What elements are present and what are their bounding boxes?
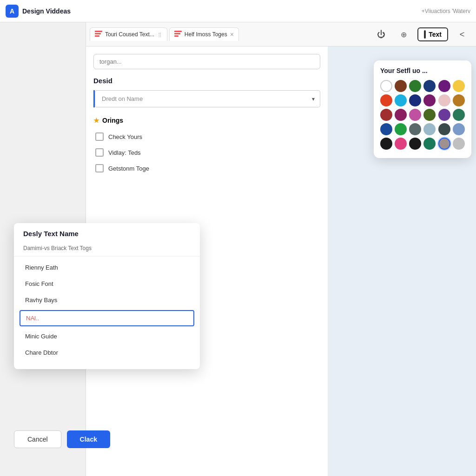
- checkbox-1[interactable]: [95, 148, 104, 157]
- color-swatch-17[interactable]: [453, 109, 465, 121]
- drag-handle-1[interactable]: ⣿: [158, 32, 161, 37]
- color-swatch-11[interactable]: [453, 94, 465, 106]
- color-swatch-19[interactable]: [395, 123, 407, 135]
- chevron-left-button[interactable]: <: [454, 26, 470, 43]
- options-title-label: Orings: [102, 117, 123, 124]
- bottom-buttons: Cancel Clack: [14, 430, 110, 448]
- color-picker: Your Setfl uo ...: [374, 60, 471, 158]
- tab-1-label: Touri Coused Text...: [105, 31, 154, 38]
- cancel-button[interactable]: Cancel: [14, 430, 61, 448]
- close-icon-tab2[interactable]: ×: [230, 31, 234, 38]
- chevron-left-icon: <: [460, 30, 465, 40]
- color-swatch-8[interactable]: [409, 94, 421, 106]
- power-icon: ⏻: [377, 30, 385, 40]
- menu-item-2[interactable]: Ravhy Bays: [14, 292, 200, 308]
- color-swatch-0[interactable]: [380, 80, 392, 92]
- cursor-icon: ⊕: [401, 30, 407, 39]
- menu-item-0[interactable]: Rienny Eath: [14, 259, 200, 276]
- list-icon-1: [95, 31, 102, 38]
- subtitle-text: Damimi-vs Briack Text Togs: [23, 245, 92, 251]
- top-bar-right-text: +Viiuactiors 'Waterv: [422, 8, 470, 14]
- color-swatch-10[interactable]: [438, 94, 450, 106]
- top-bar: A Design Viddeas +Viiuactiors 'Waterv: [0, 0, 476, 22]
- checkbox-2[interactable]: [95, 164, 104, 172]
- app-title: Design Viddeas: [22, 7, 418, 15]
- color-swatch-4[interactable]: [438, 80, 450, 92]
- color-swatch-9[interactable]: [423, 94, 436, 106]
- checkbox-0[interactable]: [95, 132, 104, 141]
- color-swatch-2[interactable]: [409, 80, 421, 92]
- checkbox-item-2[interactable]: Getstonm Toge: [93, 160, 320, 176]
- text-button[interactable]: Text: [417, 27, 448, 41]
- color-swatch-23[interactable]: [453, 123, 465, 135]
- power-button[interactable]: ⏻: [373, 26, 390, 43]
- color-swatch-12[interactable]: [380, 109, 392, 121]
- color-swatch-27[interactable]: [423, 138, 436, 150]
- desid-label: Desid: [93, 77, 320, 85]
- dropdown-wrapper: Dredt on Name ▾: [93, 90, 320, 107]
- dropdown-menu-subtitle: Damimi-vs Briack Text Togs: [14, 242, 200, 257]
- color-swatch-16[interactable]: [438, 109, 450, 121]
- color-swatch-28[interactable]: [438, 138, 450, 150]
- dropdown-menu-header: Desly Text Name: [14, 223, 200, 242]
- color-swatch-18[interactable]: [380, 123, 392, 135]
- checkbox-item-0[interactable]: Check Yours: [93, 129, 320, 145]
- star-icon: ★: [93, 117, 99, 124]
- color-swatch-7[interactable]: [395, 94, 407, 106]
- tab-1[interactable]: Touri Coused Text... ⣿: [90, 27, 167, 41]
- color-swatch-24[interactable]: [380, 138, 392, 150]
- tab-2-label: Helf Imoss Toges: [185, 31, 227, 38]
- menu-item-4[interactable]: Minic Guide: [14, 328, 200, 344]
- toolbar-right: ⏻ ⊕ Text <: [367, 22, 476, 46]
- cursor-button[interactable]: ⊕: [395, 26, 412, 43]
- clack-button[interactable]: Clack: [67, 430, 110, 448]
- color-swatch-20[interactable]: [409, 123, 421, 135]
- color-swatch-21[interactable]: [423, 123, 436, 135]
- menu-item-1[interactable]: Fosic Font: [14, 276, 200, 292]
- text-btn-label: Text: [429, 31, 442, 38]
- tab-2[interactable]: Helf Imoss Toges ×: [169, 27, 239, 41]
- checkbox-label-2: Getstonm Toge: [108, 165, 149, 172]
- color-swatch-22[interactable]: [438, 123, 450, 135]
- color-swatch-5[interactable]: [453, 80, 465, 92]
- color-swatch-15[interactable]: [423, 109, 436, 121]
- checkbox-label-1: Vidlay: Teds: [108, 149, 141, 156]
- color-grid: [380, 80, 465, 150]
- dropdown-menu-overlay: Desly Text Name Damimi-vs Briack Text To…: [14, 223, 200, 369]
- color-swatch-25[interactable]: [395, 138, 407, 150]
- color-swatch-26[interactable]: [409, 138, 421, 150]
- checkbox-item-1[interactable]: Vidlay: Teds: [93, 145, 320, 160]
- list-icon-2: [174, 31, 182, 38]
- text-cursor-icon: [424, 30, 426, 39]
- color-swatch-14[interactable]: [409, 109, 421, 121]
- color-swatch-3[interactable]: [423, 80, 436, 92]
- options-title: ★ Orings: [93, 117, 320, 124]
- menu-item-3-selected[interactable]: NAl..: [20, 310, 194, 326]
- color-swatch-13[interactable]: [395, 109, 407, 121]
- color-swatch-1[interactable]: [395, 80, 407, 92]
- color-swatch-29[interactable]: [453, 138, 465, 150]
- torgan-input[interactable]: [93, 54, 320, 69]
- menu-item-5[interactable]: Chare Dbtor: [14, 344, 200, 361]
- app-logo: A: [6, 5, 19, 18]
- dredt-select[interactable]: Dredt on Name: [95, 90, 320, 107]
- color-picker-title: Your Setfl uo ...: [380, 67, 465, 74]
- color-swatch-6[interactable]: [380, 94, 392, 106]
- options-section: ★ Orings Check Yours Vidlay: Teds Getsto…: [93, 117, 320, 176]
- checkbox-label-0: Check Yours: [108, 133, 142, 140]
